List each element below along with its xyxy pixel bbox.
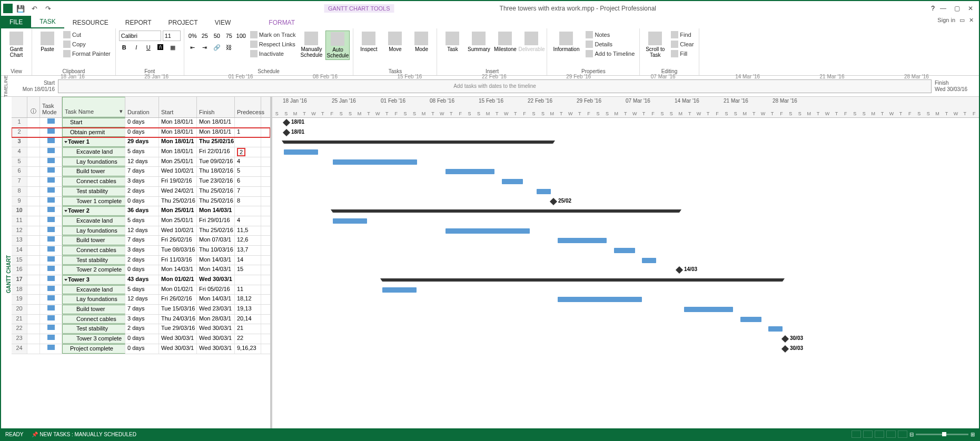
fill-button[interactable]: Fill xyxy=(669,49,695,58)
table-row[interactable]: 8Test stability2 daysWed 24/02/1Thu 25/0… xyxy=(12,187,270,197)
auto-schedule-button[interactable]: Auto Schedule xyxy=(325,31,350,60)
font-size-select[interactable] xyxy=(163,31,181,41)
font-color-button[interactable]: 🅰 xyxy=(155,42,166,53)
fill-color-button[interactable]: ▦ xyxy=(167,42,178,53)
pct50-button[interactable]: 50 xyxy=(212,31,222,41)
mode-button[interactable]: Mode xyxy=(409,31,433,53)
tab-resource[interactable]: RESOURCE xyxy=(64,17,117,28)
view-sheet-icon[interactable] xyxy=(886,430,896,438)
col-duration[interactable]: Duration xyxy=(125,97,159,117)
inspect-button[interactable]: Inspect xyxy=(357,31,381,53)
col-task-name[interactable]: Task Name▾ xyxy=(62,97,125,117)
table-row[interactable]: 12Lay foundations12 daysWed 10/02/1Thu 2… xyxy=(12,226,270,236)
table-row[interactable]: 2Obtain permit0 daysMon 18/01/1Mon 18/01… xyxy=(12,128,270,138)
milestone-button[interactable]: Milestone xyxy=(493,31,517,53)
scroll-to-task-button[interactable]: Scroll to Task xyxy=(643,31,667,59)
table-row[interactable]: 3Tower 129 daysMon 18/01/1Thu 25/02/16 xyxy=(12,137,270,147)
table-row[interactable]: 21Connect cables3 daysThu 24/03/16Mon 28… xyxy=(12,315,270,325)
view-report-icon[interactable] xyxy=(898,430,907,438)
details-button[interactable]: Details xyxy=(584,40,636,48)
table-row[interactable]: 18Excavate land5 daysMon 01/02/1Fri 05/0… xyxy=(12,285,270,295)
table-row[interactable]: 4Excavate land5 daysMon 18/01/1Fri 22/01… xyxy=(12,147,270,157)
copy-button[interactable]: Copy xyxy=(62,40,112,48)
find-button[interactable]: Find xyxy=(669,31,695,39)
view-usage-icon[interactable] xyxy=(875,430,884,438)
timeline-bar[interactable]: 18 Jan '1625 Jan '1601 Feb '1608 Feb '16… xyxy=(58,79,932,93)
summary-button[interactable]: Summary xyxy=(467,31,491,53)
font-name-select[interactable] xyxy=(119,31,161,41)
respect-links-button[interactable]: Respect Links xyxy=(249,40,298,48)
tab-task[interactable]: TASK xyxy=(31,16,64,28)
table-row[interactable]: 5Lay foundations12 daysMon 25/01/1Tue 09… xyxy=(12,157,270,167)
col-start[interactable]: Start xyxy=(159,97,197,117)
table-row[interactable]: 10Tower 236 daysMon 25/01/1Mon 14/03/1 xyxy=(12,206,270,216)
zoom-in-icon[interactable]: ⊞ xyxy=(971,432,975,437)
table-row[interactable]: 6Build tower7 daysWed 10/02/1Thu 18/02/1… xyxy=(12,167,270,177)
view-gantt-icon[interactable] xyxy=(863,430,873,438)
signin-link[interactable]: Sign in xyxy=(937,17,955,24)
italic-button[interactable]: I xyxy=(131,42,142,53)
task-button[interactable]: Task xyxy=(440,31,464,53)
table-row[interactable]: 11Excavate land5 daysMon 25/01/1Fri 29/0… xyxy=(12,216,270,226)
clear-button[interactable]: Clear xyxy=(669,40,695,48)
status-new-tasks[interactable]: 📌 NEW TASKS : MANUALLY SCHEDULED xyxy=(32,432,136,437)
maximize-button[interactable]: ▢ xyxy=(952,5,962,12)
table-row[interactable]: 14Connect cables3 daysTue 08/03/16Thu 10… xyxy=(12,246,270,256)
table-row[interactable]: 7Connect cables3 daysFri 19/02/16Tue 23/… xyxy=(12,177,270,187)
bold-button[interactable]: B xyxy=(119,42,130,53)
add-to-timeline-button[interactable]: Add to Timeline xyxy=(584,49,636,58)
save-icon[interactable]: 💾 xyxy=(15,3,26,14)
col-mode[interactable]: Task Mode xyxy=(40,97,62,117)
ribbon-display-icon[interactable]: ▭ xyxy=(959,17,965,24)
unlink-button[interactable]: ⛓ xyxy=(224,42,234,53)
gantt-chart[interactable]: 18 Jan '1625 Jan '1601 Feb '1608 Feb '16… xyxy=(272,97,979,441)
table-row[interactable]: 17Tower 343 daysMon 01/02/1Wed 30/03/1 xyxy=(12,275,270,285)
pct0-button[interactable]: 0% xyxy=(187,31,198,41)
minimize-button[interactable]: — xyxy=(938,5,948,12)
link-button[interactable]: 🔗 xyxy=(212,42,222,53)
pct100-button[interactable]: 100 xyxy=(236,31,246,41)
pct75-button[interactable]: 75 xyxy=(224,31,234,41)
tab-format[interactable]: FORMAT xyxy=(260,17,303,28)
ribbon-close-icon[interactable]: ✕ xyxy=(969,17,974,24)
col-info[interactable]: ⓘ xyxy=(27,97,40,117)
table-row[interactable]: 22Test stability2 daysTue 29/03/16Wed 30… xyxy=(12,324,270,334)
table-row[interactable]: 24Project complete0 daysWed 30/03/1Wed 3… xyxy=(12,344,270,354)
mark-on-track-button[interactable]: Mark on Track xyxy=(249,31,298,39)
help-icon[interactable]: ? xyxy=(931,5,935,12)
tab-report[interactable]: REPORT xyxy=(117,17,160,28)
format-painter-button[interactable]: Format Painter xyxy=(62,49,112,58)
tab-project[interactable]: PROJECT xyxy=(160,17,206,28)
outdent-button[interactable]: ⇤ xyxy=(187,42,198,53)
zoom-slider[interactable] xyxy=(916,434,968,435)
inactivate-button[interactable]: Inactivate xyxy=(249,49,298,58)
close-button[interactable]: ✕ xyxy=(965,5,976,12)
cut-button[interactable]: Cut xyxy=(62,31,112,39)
pct25-button[interactable]: 25 xyxy=(200,31,210,41)
underline-button[interactable]: U xyxy=(143,42,154,53)
table-row[interactable]: 13Build tower7 daysFri 26/02/16Mon 07/03… xyxy=(12,236,270,246)
tab-file[interactable]: FILE xyxy=(1,16,31,28)
table-row[interactable]: 16Tower 2 complete0 daysMon 14/03/1Mon 1… xyxy=(12,265,270,275)
table-row[interactable]: 23Tower 3 complete0 daysWed 30/03/1Wed 3… xyxy=(12,334,270,344)
table-row[interactable]: 1Start0 daysMon 18/01/1Mon 18/01/1 xyxy=(12,118,270,128)
table-row[interactable]: 15Test stability2 daysFri 11/03/16Mon 14… xyxy=(12,256,270,266)
manually-schedule-button[interactable]: Manually Schedule xyxy=(299,31,323,59)
indent-button[interactable]: ⇥ xyxy=(200,42,210,53)
paste-button[interactable]: Paste xyxy=(35,31,60,53)
zoom-out-icon[interactable]: ⊟ xyxy=(909,432,914,437)
task-grid[interactable]: ⓘ Task Mode Task Name▾ Duration Start Fi… xyxy=(12,97,272,441)
table-row[interactable]: 9Tower 1 complete0 daysThu 25/02/16Thu 2… xyxy=(12,197,270,207)
gantt-chart-button[interactable]: Gantt Chart xyxy=(4,31,28,59)
col-finish[interactable]: Finish xyxy=(197,97,235,117)
information-button[interactable]: Information xyxy=(550,31,582,53)
view-normal-icon[interactable] xyxy=(852,430,861,438)
tab-view[interactable]: VIEW xyxy=(206,17,240,28)
notes-button[interactable]: Notes xyxy=(584,31,636,39)
move-button[interactable]: Move xyxy=(383,31,407,53)
undo-icon[interactable]: ↶ xyxy=(28,3,40,14)
redo-icon[interactable]: ↷ xyxy=(42,3,54,14)
table-row[interactable]: 19Lay foundations12 daysFri 26/02/16Mon … xyxy=(12,295,270,305)
col-predecessors[interactable]: Predecess xyxy=(235,97,261,117)
table-row[interactable]: 20Build tower7 daysTue 15/03/16Wed 23/03… xyxy=(12,305,270,315)
